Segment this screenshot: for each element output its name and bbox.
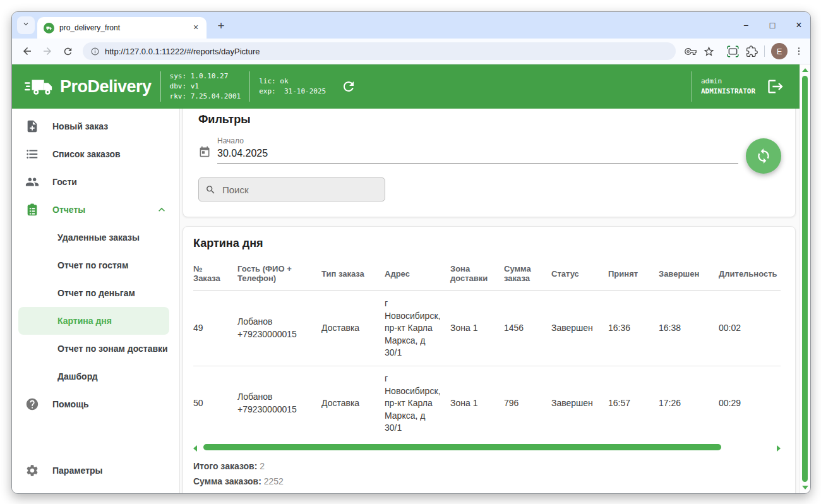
app-title: ProDelivery bbox=[60, 77, 152, 97]
column-header: Адрес bbox=[385, 256, 450, 291]
column-header: Завершен bbox=[659, 256, 719, 291]
horizontal-scrollbar[interactable] bbox=[193, 443, 781, 452]
tab-search-button[interactable] bbox=[17, 16, 35, 34]
browser-titlebar: pro_delivery_front × + − □ × bbox=[12, 12, 810, 39]
search-input[interactable] bbox=[221, 184, 378, 196]
column-header: № Заказа bbox=[193, 256, 237, 291]
reload-button[interactable] bbox=[59, 42, 76, 60]
maximize-button[interactable]: □ bbox=[767, 20, 777, 30]
url-text: http://127.0.0.1:11222/#/reports/dayPict… bbox=[105, 47, 260, 56]
cell-order-number: 50 bbox=[193, 366, 237, 440]
app-brand: ProDelivery bbox=[25, 76, 152, 97]
cell-sum: 796 bbox=[504, 366, 551, 440]
chevron-down-icon bbox=[21, 20, 30, 31]
horizontal-scrollbar-thumb[interactable] bbox=[203, 444, 721, 450]
cell-sum: 1456 bbox=[504, 291, 551, 366]
sidebar-item-help[interactable]: Помощь bbox=[12, 390, 179, 418]
sidebar-item-delivery-zones-report[interactable]: Отчет по зонам доставки bbox=[12, 335, 179, 363]
profile-avatar[interactable]: E bbox=[771, 43, 788, 59]
search-box[interactable] bbox=[198, 177, 385, 201]
app-root: ProDelivery sys: 1.0.10.27 dbv: v1 rkv: … bbox=[12, 64, 810, 493]
people-icon bbox=[12, 175, 52, 189]
tab-close-icon[interactable]: × bbox=[190, 22, 201, 33]
calendar-icon[interactable] bbox=[198, 146, 211, 164]
logout-icon[interactable] bbox=[767, 78, 784, 95]
cell-completed: 17:26 bbox=[659, 366, 719, 440]
total-sum-line: Сумма заказов: 2252 bbox=[193, 476, 785, 486]
sidebar-item-dashboard[interactable]: Дашборд bbox=[12, 363, 179, 390]
cell-zone: Зона 1 bbox=[450, 291, 504, 366]
refresh-fab-button[interactable] bbox=[746, 138, 781, 174]
column-header: Сумма заказа bbox=[504, 256, 551, 291]
scroll-left-arrow-icon[interactable] bbox=[193, 445, 197, 452]
column-header: Гость (ФИО + Телефон) bbox=[237, 256, 321, 291]
tab-favicon-truck-icon bbox=[44, 23, 54, 33]
chevron-up-icon bbox=[155, 203, 168, 216]
address-bar[interactable]: http://127.0.0.1:11222/#/reports/dayPict… bbox=[83, 42, 676, 60]
cell-order-type: Доставка bbox=[321, 366, 385, 440]
sidebar-item-settings[interactable]: Параметры bbox=[12, 457, 179, 484]
sidebar-item-guests[interactable]: Гости bbox=[12, 168, 179, 196]
cell-completed: 16:38 bbox=[659, 291, 719, 366]
user-name: admin bbox=[701, 76, 755, 87]
gear-icon bbox=[12, 464, 52, 477]
scroll-down-arrow-icon[interactable] bbox=[802, 486, 808, 489]
sidebar-item-deleted-orders[interactable]: Удаленные заказы bbox=[12, 224, 179, 251]
new-tab-button[interactable]: + bbox=[213, 19, 229, 33]
forward-button[interactable] bbox=[39, 42, 56, 60]
sidebar-item-reports[interactable]: Отчеты bbox=[12, 196, 179, 224]
table-row[interactable]: 50 Лобанов +79230000015 Доставка г Новос… bbox=[193, 366, 781, 440]
bookmark-star-icon[interactable] bbox=[703, 45, 715, 57]
main-content: Фильтры Начало bbox=[180, 109, 800, 493]
minimize-button[interactable]: − bbox=[741, 20, 751, 30]
truck-logo-icon bbox=[25, 76, 54, 97]
toolbar-divider bbox=[764, 45, 765, 57]
sidebar-item-day-picture[interactable]: Картина дня bbox=[18, 307, 169, 335]
cell-duration: 00:29 bbox=[719, 366, 781, 440]
back-button[interactable] bbox=[18, 42, 36, 60]
start-date-input[interactable] bbox=[217, 147, 738, 164]
day-picture-card: Картина дня № Заказа Гость (ФИО + Телефо… bbox=[183, 226, 796, 493]
browser-menu-icon[interactable] bbox=[794, 46, 804, 56]
column-header: Зона доставки bbox=[450, 256, 504, 291]
cell-address: г Новосибирск, пр-кт Карла Маркса, д 30/… bbox=[385, 291, 450, 366]
sidebar-item-order-list[interactable]: Список заказов bbox=[12, 140, 179, 168]
help-icon bbox=[12, 397, 52, 411]
cell-status: Завершен bbox=[551, 366, 608, 440]
note-add-icon bbox=[12, 119, 52, 133]
sidebar-item-money-report[interactable]: Отчет по деньгам bbox=[12, 279, 179, 307]
cell-order-number: 49 bbox=[193, 291, 237, 366]
total-orders-line: Итого заказов: 2 bbox=[193, 461, 785, 471]
orders-table: № Заказа Гость (ФИО + Телефон) Тип заказ… bbox=[193, 256, 781, 441]
sidebar-item-new-order[interactable]: Новый заказ bbox=[12, 112, 179, 140]
browser-tab[interactable]: pro_delivery_front × bbox=[37, 17, 207, 39]
extensions-puzzle-icon[interactable] bbox=[746, 45, 758, 57]
column-header: Статус bbox=[551, 256, 608, 291]
vertical-scrollbar-thumb[interactable] bbox=[802, 76, 808, 482]
screen-capture-extension-icon[interactable] bbox=[726, 45, 740, 58]
header-divider bbox=[692, 71, 692, 102]
table-row[interactable]: 49 Лобанов +79230000015 Доставка г Новос… bbox=[193, 291, 781, 366]
close-button[interactable]: × bbox=[794, 20, 804, 31]
sidebar: Новый заказ Список заказов Гости bbox=[12, 109, 180, 493]
cell-zone: Зона 1 bbox=[450, 366, 504, 440]
totals-block: Итого заказов: 2 Сумма заказов: 2252 bbox=[193, 461, 785, 486]
password-key-icon[interactable] bbox=[685, 45, 697, 57]
scroll-right-arrow-icon[interactable] bbox=[777, 445, 781, 452]
header-divider bbox=[160, 71, 161, 102]
column-header: Тип заказа bbox=[321, 256, 385, 291]
cell-status: Завершен bbox=[551, 291, 608, 366]
sidebar-item-guest-report[interactable]: Отчет по гостям bbox=[12, 251, 179, 279]
license-refresh-icon[interactable] bbox=[341, 79, 356, 94]
scroll-up-arrow-icon[interactable] bbox=[802, 68, 808, 72]
window-controls: − □ × bbox=[741, 12, 804, 39]
search-icon bbox=[205, 184, 216, 195]
cell-accepted: 16:57 bbox=[608, 366, 659, 440]
vertical-scrollbar[interactable] bbox=[800, 64, 810, 493]
date-label: Начало bbox=[217, 136, 738, 145]
site-info-icon[interactable] bbox=[90, 47, 100, 56]
cell-order-type: Доставка bbox=[321, 291, 385, 366]
filters-card: Фильтры Начало bbox=[183, 109, 796, 217]
browser-toolbar: http://127.0.0.1:11222/#/reports/dayPict… bbox=[12, 39, 810, 64]
report-title: Картина дня bbox=[193, 237, 785, 250]
